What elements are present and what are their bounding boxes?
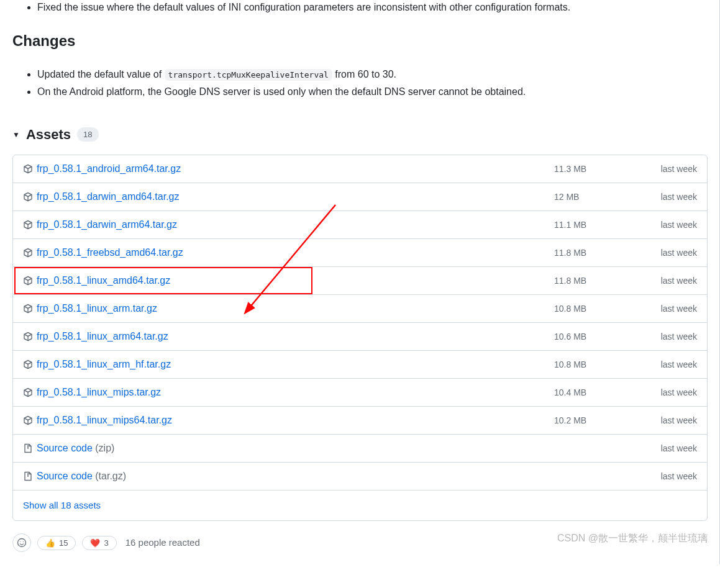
file-zip-icon — [23, 471, 33, 481]
asset-size: 11.8 MB — [554, 247, 641, 260]
asset-row: frp_0.58.1_linux_arm.tar.gz10.8 MBlast w… — [13, 294, 707, 322]
asset-link[interactable]: frp_0.58.1_freebsd_amd64.tar.gz — [37, 247, 183, 258]
asset-link[interactable]: Source code — [37, 471, 93, 481]
asset-name-wrap: frp_0.58.1_darwin_amd64.tar.gz — [37, 189, 554, 204]
asset-suffix: (tar.gz) — [93, 471, 126, 481]
asset-date: last week — [641, 470, 697, 483]
asset-link[interactable]: frp_0.58.1_linux_arm64.tar.gz — [37, 331, 168, 341]
asset-size: 10.8 MB — [554, 302, 641, 315]
release-body: Fixed the issue where the default values… — [12, 0, 708, 99]
assets-count-badge: 18 — [77, 127, 98, 142]
package-icon — [23, 415, 33, 425]
svg-point-2 — [20, 541, 21, 542]
code-snippet: transport.tcpMuxKeepaliveInterval — [165, 69, 332, 81]
asset-name-wrap: frp_0.58.1_linux_arm.tar.gz — [37, 301, 554, 316]
asset-size: 10.8 MB — [554, 358, 641, 371]
package-icon — [23, 248, 33, 258]
svg-point-1 — [18, 539, 26, 547]
asset-row: frp_0.58.1_linux_mips64.tar.gz10.2 MBlas… — [13, 406, 707, 434]
smiley-icon — [17, 538, 27, 548]
asset-row: Source code (zip)last week — [13, 434, 707, 462]
heart-count: 3 — [104, 538, 108, 548]
asset-name-wrap: frp_0.58.1_android_arm64.tar.gz — [37, 161, 554, 176]
reactions-summary: 16 people reacted — [125, 536, 200, 550]
thumbs-emoji: 👍 — [45, 538, 55, 548]
file-zip-icon — [23, 443, 33, 453]
asset-date: last week — [641, 191, 697, 204]
assets-title: Assets — [26, 124, 71, 145]
changes-list-item: Updated the default value of transport.t… — [37, 67, 708, 82]
asset-row: frp_0.58.1_linux_amd64.tar.gz11.8 MBlast… — [13, 266, 707, 294]
package-icon — [23, 387, 33, 397]
asset-date: last week — [641, 330, 697, 343]
asset-size: 11.3 MB — [554, 163, 641, 176]
asset-size: 11.1 MB — [554, 219, 641, 232]
assets-toggle[interactable]: ▼ Assets 18 — [12, 124, 708, 145]
asset-name-wrap: frp_0.58.1_linux_mips64.tar.gz — [37, 413, 554, 428]
fixes-list-item: Fixed the issue where the default values… — [37, 0, 708, 15]
asset-name-wrap: frp_0.58.1_linux_mips.tar.gz — [37, 385, 554, 400]
heart-reaction[interactable]: ❤️ 3 — [82, 536, 116, 550]
show-all-link[interactable]: Show all 18 assets — [23, 500, 101, 510]
asset-date: last week — [641, 442, 697, 455]
asset-size: 10.2 MB — [554, 414, 641, 427]
assets-list: frp_0.58.1_android_arm64.tar.gz11.3 MBla… — [12, 155, 708, 521]
asset-link[interactable]: frp_0.58.1_android_arm64.tar.gz — [37, 163, 181, 174]
asset-name-wrap: Source code (zip) — [37, 441, 554, 456]
asset-date: last week — [641, 414, 697, 427]
asset-name-wrap: frp_0.58.1_linux_arm_hf.tar.gz — [37, 357, 554, 372]
asset-row: frp_0.58.1_linux_arm_hf.tar.gz10.8 MBlas… — [13, 350, 707, 378]
asset-date: last week — [641, 386, 697, 399]
asset-name-wrap: frp_0.58.1_linux_arm64.tar.gz — [37, 329, 554, 344]
package-icon — [23, 304, 33, 314]
asset-size: 11.8 MB — [554, 274, 641, 287]
asset-date: last week — [641, 302, 697, 315]
asset-date: last week — [641, 163, 697, 176]
asset-name-wrap: Source code (tar.gz) — [37, 469, 554, 484]
asset-size: 10.6 MB — [554, 330, 641, 343]
asset-row: frp_0.58.1_darwin_arm64.tar.gz11.1 MBlas… — [13, 210, 707, 238]
asset-link[interactable]: frp_0.58.1_darwin_amd64.tar.gz — [37, 191, 179, 202]
asset-link[interactable]: frp_0.58.1_linux_mips.tar.gz — [37, 387, 161, 397]
reactions-bar: 👍 15 ❤️ 3 16 people reacted — [12, 533, 708, 552]
asset-link[interactable]: frp_0.58.1_linux_arm_hf.tar.gz — [37, 359, 171, 369]
asset-date: last week — [641, 247, 697, 260]
package-icon — [23, 360, 33, 369]
asset-link[interactable]: frp_0.58.1_darwin_arm64.tar.gz — [37, 219, 177, 230]
asset-link[interactable]: frp_0.58.1_linux_amd64.tar.gz — [37, 275, 170, 286]
svg-point-3 — [23, 541, 24, 542]
asset-row: frp_0.58.1_android_arm64.tar.gz11.3 MBla… — [13, 155, 707, 183]
asset-link[interactable]: frp_0.58.1_linux_mips64.tar.gz — [37, 415, 172, 425]
asset-name-wrap: frp_0.58.1_darwin_arm64.tar.gz — [37, 217, 554, 232]
asset-link[interactable]: frp_0.58.1_linux_arm.tar.gz — [37, 303, 157, 314]
asset-row: frp_0.58.1_darwin_amd64.tar.gz12 MBlast … — [13, 183, 707, 210]
show-all-row: Show all 18 assets — [13, 490, 707, 520]
asset-link[interactable]: Source code — [37, 443, 93, 453]
asset-row: frp_0.58.1_linux_mips.tar.gz10.4 MBlast … — [13, 378, 707, 406]
asset-date: last week — [641, 358, 697, 371]
changes-list-item: On the Android platform, the Google DNS … — [37, 84, 708, 99]
thumbs-count: 15 — [59, 538, 68, 548]
thumbs-up-reaction[interactable]: 👍 15 — [37, 536, 76, 550]
package-icon — [23, 220, 33, 230]
asset-size: 12 MB — [554, 191, 641, 204]
package-icon — [23, 276, 33, 286]
asset-row: Source code (tar.gz)last week — [13, 462, 707, 490]
add-reaction-button[interactable] — [12, 533, 31, 552]
asset-row: frp_0.58.1_freebsd_amd64.tar.gz11.8 MBla… — [13, 238, 707, 266]
text: On the Android platform, the Google DNS … — [37, 86, 526, 97]
asset-date: last week — [641, 219, 697, 232]
asset-date: last week — [641, 274, 697, 287]
asset-size: 10.4 MB — [554, 386, 641, 399]
caret-down-icon: ▼ — [12, 129, 20, 140]
changes-heading: Changes — [12, 30, 708, 57]
asset-name-wrap: frp_0.58.1_freebsd_amd64.tar.gz — [37, 245, 554, 260]
text: Updated the default value of — [37, 69, 165, 79]
asset-name-wrap: frp_0.58.1_linux_amd64.tar.gz — [37, 273, 554, 288]
package-icon — [23, 192, 33, 202]
heart-emoji: ❤️ — [90, 538, 100, 548]
text: from 60 to 30. — [332, 69, 396, 79]
package-icon — [23, 164, 33, 174]
asset-suffix: (zip) — [93, 443, 115, 453]
asset-row: frp_0.58.1_linux_arm64.tar.gz10.6 MBlast… — [13, 322, 707, 350]
